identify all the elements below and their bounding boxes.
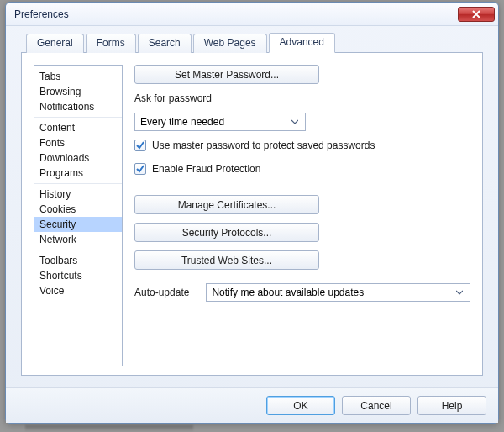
sidebar-item-fonts[interactable]: Fonts xyxy=(34,135,122,150)
sidebar-item-history[interactable]: History xyxy=(34,187,122,202)
sidebar-group-2: Content Fonts Downloads Programs xyxy=(34,117,122,183)
background-strip xyxy=(25,425,193,432)
manage-certificates-button[interactable]: Manage Certificates... xyxy=(134,195,319,214)
chevron-down-icon xyxy=(288,119,302,125)
sidebar: Tabs Browsing Notifications Content Font… xyxy=(34,65,123,366)
check-icon xyxy=(136,141,144,150)
auto-update-value: Notify me about available updates xyxy=(212,287,364,298)
sidebar-item-browsing[interactable]: Browsing xyxy=(34,84,122,99)
dialog-button-bar: OK Cancel Help xyxy=(6,387,498,423)
tab-general[interactable]: General xyxy=(26,34,84,53)
close-button[interactable] xyxy=(458,7,495,22)
ask-for-password-label: Ask for password xyxy=(134,92,470,104)
auto-update-select[interactable]: Notify me about available updates xyxy=(206,283,470,302)
close-icon xyxy=(472,10,480,18)
sidebar-item-voice[interactable]: Voice xyxy=(34,283,122,298)
use-master-password-label: Use master password to protect saved pas… xyxy=(152,140,375,151)
use-master-password-row: Use master password to protect saved pas… xyxy=(134,140,470,151)
security-panel: Set Master Password... Ask for password … xyxy=(134,65,470,366)
trusted-web-sites-button[interactable]: Trusted Web Sites... xyxy=(134,250,319,270)
chevron-down-icon xyxy=(453,289,466,296)
security-protocols-button[interactable]: Security Protocols... xyxy=(134,223,319,242)
tabstrip: General Forms Search Web Pages Advanced xyxy=(21,33,483,53)
tab-forms[interactable]: Forms xyxy=(86,34,136,53)
sidebar-item-programs[interactable]: Programs xyxy=(34,166,122,181)
auto-update-row: Auto-update Notify me about available up… xyxy=(134,283,470,302)
sidebar-item-content[interactable]: Content xyxy=(34,120,122,135)
sidebar-item-security[interactable]: Security xyxy=(34,217,122,232)
tab-advanced[interactable]: Advanced xyxy=(269,33,335,53)
ask-for-password-value: Every time needed xyxy=(140,116,224,128)
use-master-password-checkbox[interactable] xyxy=(134,140,146,151)
cancel-button[interactable]: Cancel xyxy=(342,396,411,415)
titlebar: Preferences xyxy=(6,3,498,26)
sidebar-group-3: History Cookies Security Network xyxy=(34,183,122,250)
sidebar-item-shortcuts[interactable]: Shortcuts xyxy=(34,268,122,283)
sidebar-item-notifications[interactable]: Notifications xyxy=(34,99,122,114)
ok-button[interactable]: OK xyxy=(266,396,335,415)
auto-update-label: Auto-update xyxy=(134,287,189,298)
sidebar-item-tabs[interactable]: Tabs xyxy=(34,69,122,84)
tab-web-pages[interactable]: Web Pages xyxy=(193,34,267,53)
enable-fraud-label: Enable Fraud Protection xyxy=(152,163,260,175)
content-area: General Forms Search Web Pages Advanced … xyxy=(6,26,498,387)
sidebar-group-4: Toolbars Shortcuts Voice xyxy=(34,250,122,301)
sidebar-item-network[interactable]: Network xyxy=(34,232,122,247)
tab-search[interactable]: Search xyxy=(138,34,192,53)
sidebar-group-1: Tabs Browsing Notifications xyxy=(34,66,122,117)
check-icon xyxy=(136,165,144,173)
set-master-password-button[interactable]: Set Master Password... xyxy=(134,65,319,84)
help-button[interactable]: Help xyxy=(417,396,486,415)
preferences-window: Preferences General Forms Search Web Pag… xyxy=(5,2,499,424)
sidebar-item-downloads[interactable]: Downloads xyxy=(34,150,122,166)
sidebar-item-toolbars[interactable]: Toolbars xyxy=(34,253,122,268)
window-title: Preferences xyxy=(14,8,69,20)
tab-panel: Tabs Browsing Notifications Content Font… xyxy=(21,53,483,376)
ask-for-password-select[interactable]: Every time needed xyxy=(134,113,306,131)
enable-fraud-row: Enable Fraud Protection xyxy=(134,163,470,175)
sidebar-item-cookies[interactable]: Cookies xyxy=(34,202,122,217)
enable-fraud-checkbox[interactable] xyxy=(134,163,146,175)
